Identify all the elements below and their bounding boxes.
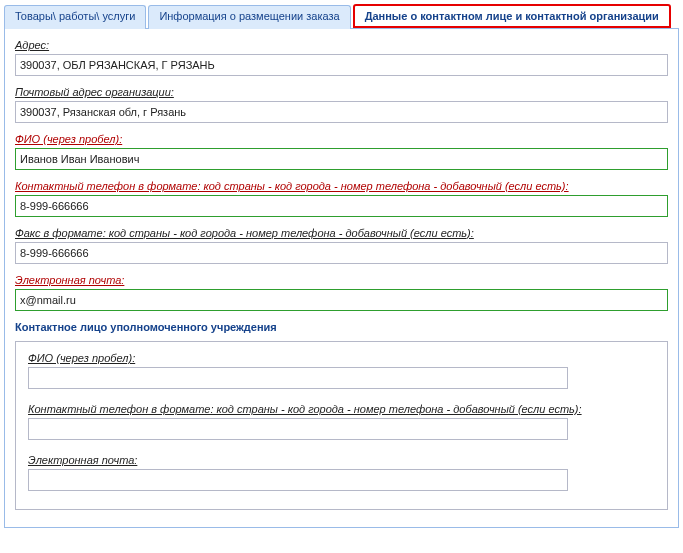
tabs: Товары\ работы\ услуги Информация о разм… [4,4,679,28]
label-fio: ФИО (через пробел): [15,133,668,145]
label-email: Электронная почта: [15,274,668,286]
label-phone: Контактный телефон в формате: код страны… [15,180,668,192]
fieldset-auth-contact: ФИО (через пробел): Контактный телефон в… [15,341,668,510]
label-postal: Почтовый адрес организации: [15,86,668,98]
input-fax[interactable] [15,242,668,264]
label-address: Адрес: [15,39,668,51]
label-auth-phone: Контактный телефон в формате: код страны… [28,403,655,415]
fieldset-title: Контактное лицо уполномоченного учрежден… [15,321,668,333]
tab-goods[interactable]: Товары\ работы\ услуги [4,5,146,29]
input-auth-phone[interactable] [28,418,568,440]
input-phone[interactable] [15,195,668,217]
label-auth-fio: ФИО (через пробел): [28,352,655,364]
label-fax: Факс в формате: код страны - код города … [15,227,668,239]
input-address[interactable] [15,54,668,76]
input-fio[interactable] [15,148,668,170]
panel-contact: Адрес: Почтовый адрес организации: ФИО (… [4,28,679,528]
input-postal[interactable] [15,101,668,123]
tab-order-info[interactable]: Информация о размещении заказа [148,5,350,29]
input-auth-email[interactable] [28,469,568,491]
input-email[interactable] [15,289,668,311]
label-auth-email: Электронная почта: [28,454,655,466]
tab-contact-data[interactable]: Данные о контактном лице и контактной ор… [353,4,671,28]
input-auth-fio[interactable] [28,367,568,389]
